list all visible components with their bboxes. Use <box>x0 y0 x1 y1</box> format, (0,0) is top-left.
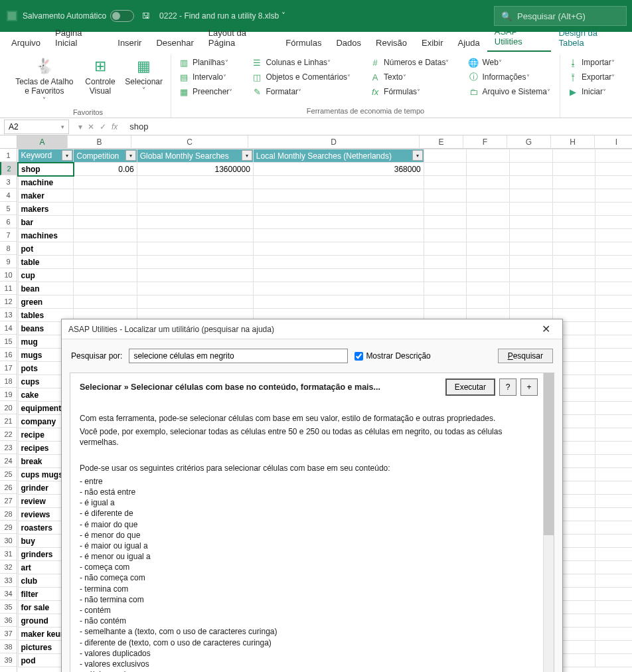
search-input[interactable] <box>129 349 348 363</box>
search-placeholder: Pesquisar (Alt+G) <box>517 11 586 21</box>
tab-pagina-inicial[interactable]: Página Inicial <box>48 24 110 52</box>
formatar-button[interactable]: ✎Formatar <box>248 85 353 98</box>
tab-layout[interactable]: Layout da Página <box>201 24 278 52</box>
show-description-checkbox[interactable]: Mostrar Descrição <box>355 351 430 361</box>
tab-desenhar[interactable]: Desenhar <box>149 34 200 52</box>
dialog-search-row: Pesquisar por: Mostrar Descrição Pesquis… <box>62 339 562 370</box>
import-icon: ⭳ <box>567 57 579 68</box>
formula-input[interactable]: shop <box>123 122 632 131</box>
format-icon: ✎ <box>251 86 263 97</box>
system-icon: 🗀 <box>467 86 479 97</box>
search-icon: 🔍 <box>501 11 512 21</box>
file-name[interactable]: 0222 - Find and run a utility 8.xlsb ˅ <box>159 11 285 21</box>
export-icon: ⭱ <box>567 72 579 82</box>
tab-exibir[interactable]: Exibir <box>414 34 451 52</box>
column-headers[interactable]: ABCDEFGHI <box>17 135 632 149</box>
excel-icon <box>5 9 19 23</box>
text-icon: A <box>369 72 381 82</box>
dialog-content: Executar ? + Selecionar » Selecionar cél… <box>70 373 543 672</box>
group-label-favoritos: Favoritos <box>9 107 167 119</box>
preencher-button[interactable]: ▦Preencher <box>175 85 235 98</box>
rabbit-icon: 🐇 <box>34 57 55 76</box>
ribbon: 🐇Teclas de Atalho e Favoritos ⊞Controle … <box>0 52 632 118</box>
row-headers[interactable]: 1234567891011121314151617181920212223242… <box>0 149 17 672</box>
texto-button[interactable]: ATexto <box>366 70 451 84</box>
tab-arquivo[interactable]: Arquivo <box>4 34 48 52</box>
scrollbar-thumb[interactable] <box>544 373 554 535</box>
save-icon[interactable]: 🖫 <box>142 11 150 21</box>
dropdown-icon[interactable]: ▾ <box>78 122 82 131</box>
dialog-titlebar: ASAP Utilities - Localizar um utilitário… <box>62 319 562 339</box>
worksheet: ABCDEFGHI 123456789101112131415161718192… <box>0 135 632 672</box>
informacoes-button[interactable]: ⓘInformações <box>465 70 552 84</box>
help-button[interactable]: ? <box>499 378 516 396</box>
search-button[interactable]: Pesquisar <box>498 349 553 363</box>
planilhas-button[interactable]: ▥Planilhas <box>175 56 235 69</box>
visual-icon: ⊞ <box>90 57 111 76</box>
objetos-button[interactable]: ◫Objetos e Comentários <box>248 70 353 84</box>
select-all-corner[interactable] <box>0 135 17 149</box>
objects-icon: ◫ <box>251 72 263 82</box>
arquivo-sistema-button[interactable]: 🗀Arquivo e Sistema <box>465 85 552 98</box>
autosave-toggle[interactable]: Salvamento Automático <box>23 10 134 22</box>
controle-visual-button[interactable]: ⊞Controle Visual <box>80 54 121 107</box>
iniciar-button[interactable]: ▶Iniciar <box>564 85 623 98</box>
desc-p1: Com esta ferramenta, pode-se selecionar … <box>80 413 534 424</box>
teclas-atalho-button[interactable]: 🐇Teclas de Atalho e Favoritos <box>9 54 80 107</box>
tab-revisao[interactable]: Revisão <box>368 34 414 52</box>
web-icon: 🌐 <box>467 57 479 68</box>
name-box[interactable]: A2▾ <box>4 120 69 134</box>
criteria-list: - entre- não está entre- é igual a- é di… <box>80 476 534 672</box>
dialog-action-row: Executar ? + <box>445 378 538 396</box>
selecionar-button[interactable]: ▦Selecionar <box>121 54 167 107</box>
desc-p3: Pode-se usar os seguintes critérios para… <box>80 463 534 473</box>
formula-bar: A2▾ ▾ ✕ ✓ fx shop <box>0 118 632 135</box>
start-icon: ▶ <box>567 86 579 97</box>
asap-search-dialog: ASAP Utilities - Localizar um utilitário… <box>61 319 563 672</box>
fx-icon[interactable]: fx <box>112 122 118 131</box>
range-icon: ▤ <box>178 72 190 82</box>
execute-button[interactable]: Executar <box>445 378 495 396</box>
ribbon-tabs: Arquivo Página Inicial Inserir Desenhar … <box>0 32 632 52</box>
add-button[interactable]: + <box>520 378 538 396</box>
desc-p2: Você pode, por exemplo, selecionar todas… <box>80 426 534 448</box>
cancel-icon[interactable]: ✕ <box>88 122 94 131</box>
group-label-ferramentas: Ferramentas de economia de tempo <box>175 106 556 118</box>
search-label: Pesquisar por: <box>71 351 122 361</box>
filter-icon[interactable]: ▾ <box>125 150 136 161</box>
dialog-scrollbar[interactable]: ▾ <box>543 373 554 672</box>
importar-button[interactable]: ⭳Importar <box>564 56 623 69</box>
svg-rect-1 <box>8 12 16 20</box>
filter-icon[interactable]: ▾ <box>242 150 252 161</box>
tab-formulas[interactable]: Fórmulas <box>278 34 329 52</box>
dialog-body: Executar ? + Selecionar » Selecionar cél… <box>70 373 554 672</box>
formulas-button[interactable]: fxFórmulas <box>366 85 451 98</box>
numeros-datas-button[interactable]: #Números e Datas <box>366 56 451 69</box>
filter-icon[interactable]: ▾ <box>62 150 72 161</box>
confirm-icon[interactable]: ✓ <box>100 122 106 131</box>
fill-icon: ▦ <box>178 86 190 97</box>
select-icon: ▦ <box>133 57 155 76</box>
show-desc-check[interactable] <box>355 352 363 361</box>
tab-ajuda[interactable]: Ajuda <box>451 34 487 52</box>
fx-icon: fx <box>369 86 381 97</box>
tab-asap-utilities[interactable]: ASAP Utilities <box>487 23 552 52</box>
web-button[interactable]: 🌐Web <box>465 56 552 69</box>
info-icon: ⓘ <box>467 72 479 82</box>
sheets-icon: ▥ <box>178 57 190 68</box>
tab-inserir[interactable]: Inserir <box>110 34 149 52</box>
dialog-title: ASAP Utilities - Localizar um utilitário… <box>68 325 274 334</box>
intervalo-button[interactable]: ▤Intervalo <box>175 70 235 84</box>
colunas-linhas-button[interactable]: ☰Colunas e Linhas <box>248 56 353 69</box>
filter-icon[interactable]: ▾ <box>412 150 423 161</box>
exportar-button[interactable]: ⭱Exportar <box>564 70 623 84</box>
cols-icon: ☰ <box>251 57 263 68</box>
tab-design-tabela[interactable]: Design da Tabela <box>551 24 628 52</box>
numbers-icon: # <box>369 57 381 68</box>
fx-icons: ▾ ✕ ✓ fx <box>73 122 123 131</box>
close-icon[interactable]: ✕ <box>536 323 556 335</box>
tab-dados[interactable]: Dados <box>329 34 368 52</box>
